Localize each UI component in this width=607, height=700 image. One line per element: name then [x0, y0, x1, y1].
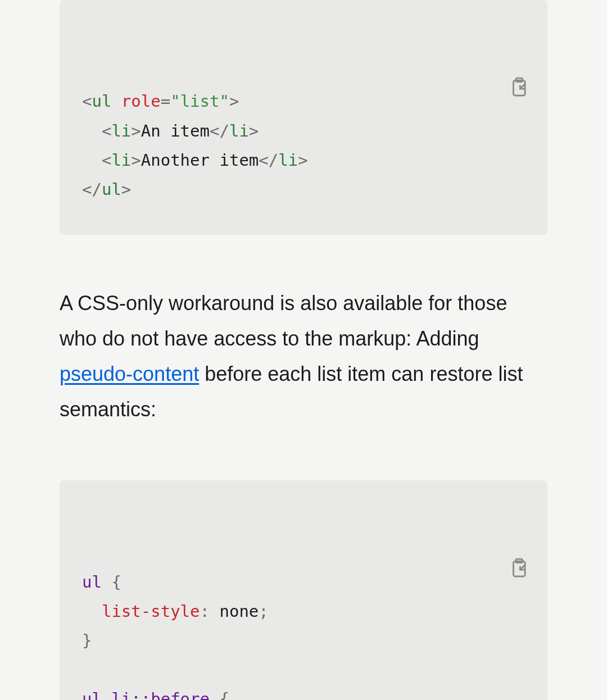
copy-button[interactable] [508, 18, 529, 39]
article-body: <ul role="list"> <li>An item</li> <li>An… [0, 0, 607, 700]
copy-button[interactable] [508, 498, 529, 520]
code-line: <li>An item</li> [102, 121, 259, 140]
code-line: } [82, 631, 92, 650]
code-block-css: ul { list-style: none; } ul li::before {… [60, 480, 547, 700]
paragraph-text: A CSS-only workaround is also available … [60, 292, 507, 350]
code-line: </ul> [82, 180, 131, 199]
code-line: list-style: none; [102, 602, 269, 621]
clipboard-icon [508, 76, 529, 98]
code-line: ul { [82, 572, 121, 592]
svg-rect-3 [514, 561, 526, 576]
code-block-html: <ul role="list"> <li>An item</li> <li>An… [60, 0, 547, 235]
clipboard-icon [508, 557, 529, 579]
code-line: ul li::before { [82, 689, 229, 700]
svg-rect-0 [514, 81, 526, 96]
pseudo-content-link[interactable]: pseudo-content [60, 362, 199, 385]
code-line: <ul role="list"> [82, 92, 239, 111]
code-line: <li>Another item</li> [102, 151, 308, 170]
paragraph: A CSS-only workaround is also available … [60, 285, 547, 427]
